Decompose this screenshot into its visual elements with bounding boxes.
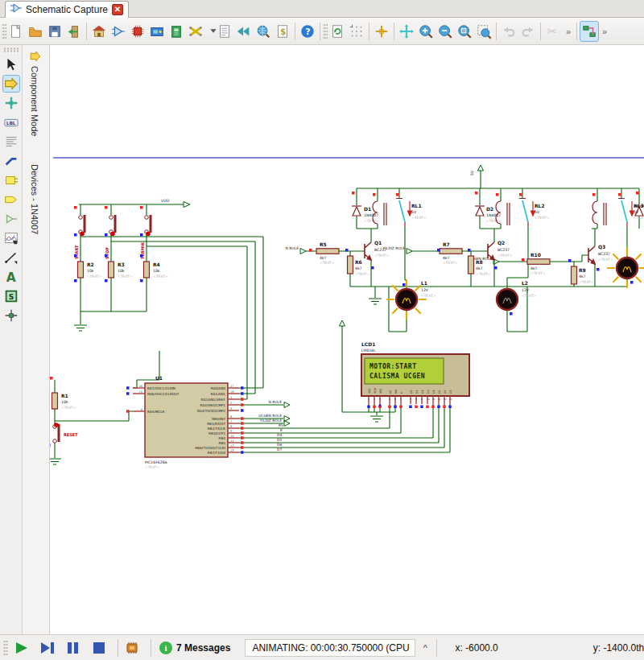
svg-text:4k7: 4k7 [579, 274, 586, 278]
overflow-chevron[interactable]: » [599, 27, 610, 36]
origin-icon[interactable] [372, 21, 391, 42]
graph-icon[interactable] [2, 229, 20, 247]
tab-schematic-capture[interactable]: Schematic Capture ✕ [5, 1, 129, 18]
status-bar: i 7 Messages ANIMATING: 00:00:30.750000 … [0, 634, 644, 660]
report-icon[interactable] [215, 21, 234, 42]
terminal-icon[interactable] [2, 191, 20, 208]
dropdown-arrow-icon[interactable] [205, 23, 215, 40]
svg-text:4k7: 4k7 [476, 266, 483, 270]
lcd-pin-label: RS [389, 390, 392, 394]
resistors[interactable] [52, 249, 577, 409]
redo-icon[interactable] [518, 21, 538, 42]
svg-text:R7: R7 [443, 241, 450, 247]
svg-text:4k7: 4k7 [320, 256, 327, 260]
wires [55, 171, 639, 458]
coordinate-y: y: -1400.0 [593, 642, 636, 654]
2d-line-icon[interactable] [2, 249, 20, 266]
overflow-chevron[interactable]: » [563, 27, 574, 36]
marker-icon[interactable] [2, 307, 20, 324]
step-button[interactable] [37, 640, 58, 656]
play-button[interactable] [11, 640, 32, 656]
svg-text:RL2: RL2 [535, 203, 545, 208]
lcd-pin-number: 8 [415, 398, 417, 401]
component-u1[interactable]: U1 PIC16F628A <TEXT> 16RA7/OSC1/CLKIN15R… [126, 375, 244, 469]
svg-text:R6: R6 [355, 259, 362, 265]
bill-of-materials-icon[interactable]: $ [273, 21, 292, 42]
search-web-icon[interactable] [254, 21, 273, 42]
component-mode-icon[interactable] [2, 75, 20, 93]
design-explorer-icon[interactable] [167, 21, 186, 42]
lcd-part: LM016L [361, 349, 376, 353]
component-lcd1[interactable]: LCD1 LM016L MOTOR:START CALISMA UCGEN VS… [361, 341, 469, 408]
bus-icon[interactable] [2, 152, 20, 170]
refresh-sheet-icon[interactable] [328, 21, 347, 42]
help-icon[interactable]: ? [298, 21, 317, 42]
cut-icon[interactable]: ✂ [543, 21, 563, 42]
new-page-icon[interactable] [6, 21, 26, 42]
zoom-area-icon[interactable] [474, 21, 493, 42]
units-label: th [636, 642, 644, 654]
junction-dot-icon[interactable] [2, 94, 20, 112]
svg-text:12V: 12V [421, 288, 429, 292]
net-label-d6: D6 [277, 443, 282, 447]
svg-text:R1: R1 [61, 393, 68, 398]
undo-icon[interactable] [499, 21, 518, 42]
tab-close-icon[interactable]: ✕ [112, 4, 123, 15]
lcd-pin-label: D6 [444, 390, 447, 394]
main-toolbar: $?✂»» [0, 18, 644, 45]
lcd-ref: LCD1 [361, 341, 375, 347]
zoom-window-icon[interactable] [455, 21, 474, 42]
open-folder-icon[interactable] [26, 21, 45, 42]
devices-strip-label[interactable]: Devices - 1N4007 [30, 164, 39, 234]
lcd-pin-label: VDD [374, 387, 377, 394]
zoom-in-icon[interactable] [416, 21, 436, 42]
svg-text:D1: D1 [364, 206, 371, 212]
import-door-icon[interactable] [64, 21, 84, 42]
expand-caret-button[interactable]: ^ [417, 639, 433, 657]
messages-area[interactable]: i 7 Messages [159, 641, 230, 654]
pointer-icon[interactable] [2, 56, 20, 73]
schematic-tab-icon [10, 2, 22, 17]
subcircuit-icon[interactable] [2, 171, 20, 189]
pcb-layout-icon[interactable] [128, 21, 147, 42]
wire-label-icon[interactable]: LBL [2, 113, 20, 131]
text-script-icon[interactable] [2, 133, 20, 151]
svg-text:Q2: Q2 [497, 240, 505, 245]
component-reset-button[interactable]: RESET [53, 423, 79, 443]
u1-pin-number: 8 [230, 425, 233, 428]
svg-text:L2: L2 [522, 280, 528, 286]
schematic-capture-icon[interactable] [109, 21, 128, 42]
lcd-pin-label: D0 [410, 390, 413, 394]
svg-text:?: ? [305, 27, 310, 37]
u1-pin-number: 3 [230, 407, 232, 410]
schematic-canvas[interactable]: VDD 5V N ROLE UCGEN ROLE YILDIZ ROLE RS … [50, 45, 644, 634]
u1-pin-label: RA5/MCLR [147, 410, 165, 414]
toggle-grid-icon[interactable] [347, 21, 366, 42]
trace-tool-icon[interactable] [186, 21, 205, 42]
zoom-out-icon[interactable] [436, 21, 455, 42]
stop-button[interactable] [89, 640, 109, 656]
svg-text:<TEXT>: <TEXT> [497, 254, 513, 258]
u1-pin-label: RB2/TX/CK [208, 427, 226, 431]
pause-button[interactable] [63, 640, 84, 656]
2d-text-icon[interactable]: A [2, 268, 20, 286]
2d-symbol-icon[interactable]: S [2, 287, 20, 305]
svg-text:<TEXT>: <TEXT> [411, 216, 427, 220]
stop-button-label: STOP [105, 247, 109, 259]
svg-text:RL1: RL1 [411, 203, 422, 208]
schematic-svg[interactable]: VDD 5V N ROLE UCGEN ROLE YILDIZ ROLE RS … [50, 45, 644, 634]
svg-text:R9: R9 [579, 267, 586, 273]
svg-text:✂: ✂ [547, 25, 557, 38]
playback-icon[interactable] [234, 21, 254, 42]
svg-text:D2: D2 [486, 206, 493, 212]
pan-icon[interactable] [397, 21, 416, 42]
device-pin-icon[interactable] [2, 210, 20, 228]
toolbar-separator [391, 23, 397, 40]
save-icon[interactable] [45, 21, 64, 42]
debug-chip-icon[interactable] [122, 640, 142, 656]
wire-mode-icon[interactable] [580, 21, 599, 42]
3d-visualizer-icon[interactable] [147, 21, 167, 42]
home-icon[interactable] [89, 21, 109, 42]
lcd-line2: CALISMA UCGEN [369, 373, 425, 380]
net-label-yildiz-role: YILDIZ ROLE [259, 419, 282, 423]
